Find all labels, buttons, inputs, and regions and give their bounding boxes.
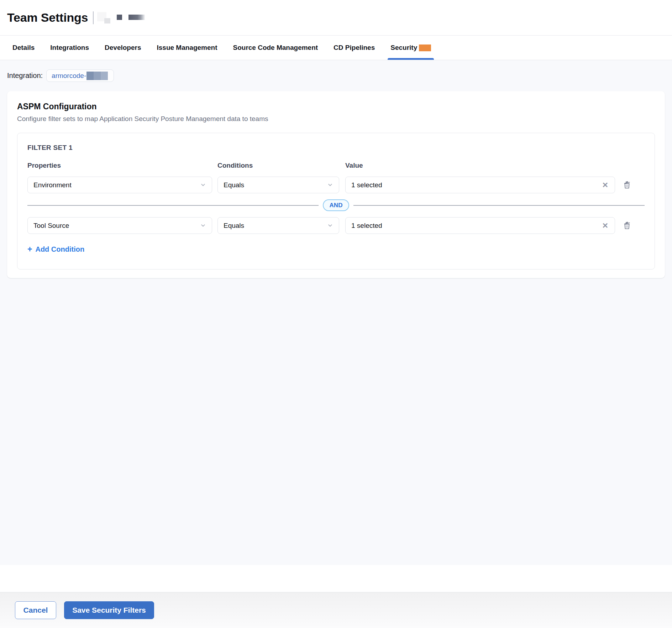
add-condition-button[interactable]: + Add Condition — [27, 245, 84, 253]
value-selected-count: 1 selected — [351, 222, 382, 230]
page-title: Team Settings — [7, 11, 88, 25]
delete-condition-button[interactable] — [620, 179, 633, 192]
tab-label: CD Pipelines — [334, 44, 375, 52]
tab-developers[interactable]: Developers — [104, 36, 142, 60]
settings-tab-bar: Details Integrations Developers Issue Ma… — [0, 35, 672, 60]
tab-cd-pipelines[interactable]: CD Pipelines — [333, 36, 376, 60]
tab-label: Details — [12, 44, 35, 52]
plus-icon: + — [27, 245, 32, 253]
condition-select-value: Equals — [224, 222, 244, 230]
delete-condition-button[interactable] — [620, 219, 633, 232]
tab-label: Security — [390, 44, 417, 52]
page-header: Team Settings — [0, 0, 672, 35]
title-separator — [93, 11, 94, 24]
divider-line — [353, 205, 645, 206]
clear-x-icon[interactable]: ✕ — [601, 221, 609, 230]
tab-source-code-management[interactable]: Source Code Management — [232, 36, 319, 60]
aspm-title: ASPM Configuration — [17, 102, 655, 111]
value-multiselect[interactable]: 1 selected ✕ — [345, 217, 615, 234]
property-select-value: Tool Source — [33, 222, 69, 230]
column-headers: Properties Conditions Value — [27, 162, 645, 177]
trash-icon — [622, 180, 632, 190]
condition-select[interactable]: Equals — [217, 177, 339, 193]
trash-icon — [622, 221, 632, 230]
integration-chip[interactable]: armorcode- — [46, 69, 114, 82]
value-multiselect[interactable]: 1 selected ✕ — [345, 177, 615, 193]
chevron-down-icon — [200, 182, 206, 188]
redacted-block — [128, 15, 145, 20]
tab-label: Issue Management — [157, 44, 217, 52]
integration-value: armorcode- — [52, 72, 86, 80]
add-condition-label: Add Condition — [35, 245, 84, 253]
filter-set-1: FILTER SET 1 Properties Conditions Value… — [17, 133, 655, 269]
tab-label: Integrations — [50, 44, 89, 52]
aspm-configuration-card: ASPM Configuration Configure filter sets… — [7, 91, 665, 278]
and-operator-pill[interactable]: AND — [323, 199, 350, 211]
security-tab-content: Integration: armorcode- ASPM Configurati… — [0, 60, 672, 565]
redacted-badge — [419, 45, 431, 51]
cancel-button[interactable]: Cancel — [15, 601, 56, 619]
clear-x-icon[interactable]: ✕ — [601, 180, 609, 189]
aspm-subtitle: Configure filter sets to map Application… — [17, 115, 655, 123]
condition-select[interactable]: Equals — [217, 217, 339, 234]
column-properties: Properties — [27, 162, 212, 169]
chevron-down-icon — [327, 182, 333, 188]
column-conditions: Conditions — [217, 162, 339, 169]
chevron-down-icon — [200, 223, 206, 229]
condition-row: Environment Equals 1 selected ✕ — [27, 177, 645, 193]
pre-footer-spacer — [0, 565, 672, 592]
divider-line — [27, 205, 319, 206]
redacted-block — [117, 15, 122, 20]
condition-row: Tool Source Equals 1 selected ✕ — [27, 217, 645, 234]
redacted-block — [86, 72, 108, 80]
integration-label: Integration: — [7, 72, 43, 80]
tab-label: Developers — [105, 44, 141, 52]
tab-integrations[interactable]: Integrations — [49, 36, 90, 60]
tab-issue-management[interactable]: Issue Management — [156, 36, 218, 60]
redacted-block — [104, 18, 110, 23]
condition-select-value: Equals — [224, 181, 244, 189]
property-select-value: Environment — [33, 181, 72, 189]
filter-set-title: FILTER SET 1 — [27, 144, 645, 152]
property-select[interactable]: Tool Source — [27, 217, 212, 234]
tab-details[interactable]: Details — [12, 36, 35, 60]
and-divider: AND — [27, 199, 645, 211]
tab-security[interactable]: Security — [390, 36, 432, 60]
action-footer: Cancel Save Security Filters — [0, 592, 672, 628]
tab-label: Source Code Management — [233, 44, 318, 52]
title-redactions — [93, 10, 145, 26]
column-value: Value — [345, 162, 615, 169]
integration-row: Integration: armorcode- — [7, 69, 665, 82]
chevron-down-icon — [327, 223, 333, 229]
save-security-filters-button[interactable]: Save Security Filters — [64, 601, 154, 619]
property-select[interactable]: Environment — [27, 177, 212, 193]
value-selected-count: 1 selected — [351, 181, 382, 189]
